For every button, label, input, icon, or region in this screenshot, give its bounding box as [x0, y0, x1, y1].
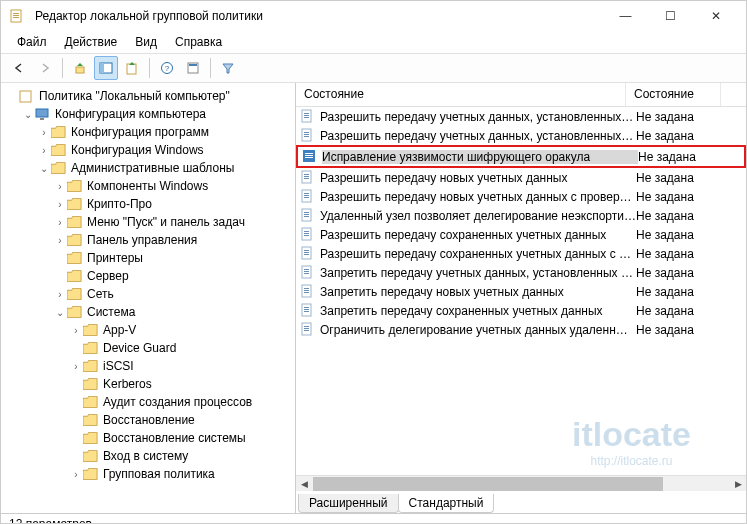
chevron-right-icon[interactable]: [53, 289, 67, 300]
tree-win-components[interactable]: Компоненты Windows: [53, 177, 293, 195]
svg-rect-36: [304, 212, 309, 213]
chevron-down-icon[interactable]: [37, 163, 51, 174]
filter-button[interactable]: [216, 56, 240, 80]
menu-file[interactable]: Файл: [9, 33, 55, 51]
policy-row[interactable]: Ограничить делегирование учетных данных …: [296, 320, 746, 339]
folder-icon: [67, 305, 83, 319]
minimize-button[interactable]: —: [603, 2, 648, 30]
tree-prog-config[interactable]: Конфигурация программ: [37, 123, 293, 141]
chevron-right-icon[interactable]: [53, 181, 67, 192]
list-body[interactable]: Разрешить передачу учетных данных, устан…: [296, 107, 746, 475]
scroll-thumb[interactable]: [313, 477, 663, 491]
tree-win-config[interactable]: Конфигурация Windows: [37, 141, 293, 159]
nav-back-button[interactable]: [7, 56, 31, 80]
close-button[interactable]: ✕: [693, 2, 738, 30]
folder-icon: [51, 125, 67, 139]
show-hide-tree-button[interactable]: [94, 56, 118, 80]
policy-row[interactable]: Запретить передачу новых учетных данныхН…: [296, 282, 746, 301]
tree-appv[interactable]: App-V: [69, 321, 293, 339]
policy-row[interactable]: Удаленный узел позволяет делегирование н…: [296, 206, 746, 225]
svg-rect-34: [304, 197, 309, 198]
tree-root[interactable]: Политика "Локальный компьютер": [5, 87, 293, 105]
tab-standard[interactable]: Стандартный: [398, 494, 495, 513]
policy-row[interactable]: Разрешить передачу учетных данных, устан…: [296, 107, 746, 126]
tree-label: Восстановление: [103, 413, 195, 427]
tree-restore[interactable]: Восстановление: [69, 411, 293, 429]
tree-control-panel[interactable]: Панель управления: [53, 231, 293, 249]
menu-view[interactable]: Вид: [127, 33, 165, 51]
tree-printers[interactable]: Принтеры: [53, 249, 293, 267]
tree-server[interactable]: Сервер: [53, 267, 293, 285]
svg-rect-24: [305, 153, 313, 154]
tree-kerberos[interactable]: Kerberos: [69, 375, 293, 393]
policy-icon: [300, 265, 316, 281]
tree-network[interactable]: Сеть: [53, 285, 293, 303]
tree-admin-templates[interactable]: Административные шаблоны: [37, 159, 293, 177]
tree-computer-config[interactable]: Конфигурация компьютера: [21, 105, 293, 123]
policy-row[interactable]: Разрешить передачу сохраненных учетных д…: [296, 225, 746, 244]
policy-name: Разрешить передачу учетных данных, устан…: [320, 110, 636, 124]
tree-label: Аудит создания процессов: [103, 395, 252, 409]
policy-row[interactable]: Разрешить передачу новых учетных данных …: [296, 187, 746, 206]
chevron-right-icon[interactable]: [53, 235, 67, 246]
tree-device-guard[interactable]: Device Guard: [69, 339, 293, 357]
svg-rect-16: [304, 113, 309, 114]
menu-help[interactable]: Справка: [167, 33, 230, 51]
svg-rect-14: [40, 118, 44, 120]
policy-row[interactable]: Разрешить передачу новых учетных данныхН…: [296, 168, 746, 187]
chevron-right-icon[interactable]: [69, 469, 83, 480]
policy-name: Разрешить передачу учетных данных, устан…: [320, 129, 636, 143]
svg-rect-12: [20, 91, 31, 102]
policy-row[interactable]: Разрешить передачу сохраненных учетных д…: [296, 244, 746, 263]
svg-rect-25: [305, 155, 313, 156]
up-button[interactable]: [68, 56, 92, 80]
tree-iscsi[interactable]: iSCSI: [69, 357, 293, 375]
scroll-left-icon[interactable]: ◀: [296, 479, 312, 489]
svg-rect-44: [304, 250, 309, 251]
policy-row[interactable]: Разрешить передачу учетных данных, устан…: [296, 126, 746, 145]
chevron-down-icon[interactable]: [21, 109, 35, 120]
policy-status: Не задана: [636, 129, 726, 143]
scroll-right-icon[interactable]: ▶: [730, 479, 746, 489]
column-header-status[interactable]: Состояние: [626, 83, 721, 106]
tree-start-menu[interactable]: Меню "Пуск" и панель задач: [53, 213, 293, 231]
folder-icon: [51, 143, 67, 157]
policy-row[interactable]: Запретить передачу учетных данных, устан…: [296, 263, 746, 282]
help-button[interactable]: ?: [155, 56, 179, 80]
nav-fwd-button[interactable]: [33, 56, 57, 80]
tree-root-label: Политика "Локальный компьютер": [39, 89, 230, 103]
policy-row[interactable]: Запретить передачу сохраненных учетных д…: [296, 301, 746, 320]
svg-rect-11: [189, 64, 197, 66]
tree-label: Сервер: [87, 269, 129, 283]
folder-icon: [83, 449, 99, 463]
policy-icon: [300, 284, 316, 300]
chevron-down-icon[interactable]: [53, 307, 67, 318]
tab-extended[interactable]: Расширенный: [298, 494, 399, 513]
svg-rect-1: [13, 13, 19, 14]
svg-rect-41: [304, 233, 309, 234]
folder-icon: [83, 341, 99, 355]
chevron-right-icon[interactable]: [69, 361, 83, 372]
menu-action[interactable]: Действие: [57, 33, 126, 51]
horizontal-scrollbar[interactable]: ◀ ▶: [296, 475, 746, 491]
policy-icon: [300, 170, 316, 186]
tree-logon[interactable]: Вход в систему: [69, 447, 293, 465]
tree-gp[interactable]: Групповая политика: [69, 465, 293, 483]
export-button[interactable]: [120, 56, 144, 80]
policy-name: Исправление уязвимости шифрующего оракул…: [322, 150, 638, 164]
tree-crypto[interactable]: Крипто-Про: [53, 195, 293, 213]
chevron-right-icon[interactable]: [69, 325, 83, 336]
tree-pane[interactable]: Политика "Локальный компьютер" Конфигура…: [1, 83, 296, 513]
maximize-button[interactable]: ☐: [648, 2, 693, 30]
tree-sysrestore[interactable]: Восстановление системы: [69, 429, 293, 447]
column-header-state[interactable]: Состояние: [296, 83, 626, 106]
properties-button[interactable]: [181, 56, 205, 80]
chevron-right-icon[interactable]: [37, 127, 51, 138]
chevron-right-icon[interactable]: [53, 199, 67, 210]
policy-row[interactable]: Исправление уязвимости шифрующего оракул…: [296, 145, 746, 168]
tree-label: Административные шаблоны: [71, 161, 234, 175]
chevron-right-icon[interactable]: [53, 217, 67, 228]
tree-audit[interactable]: Аудит создания процессов: [69, 393, 293, 411]
chevron-right-icon[interactable]: [37, 145, 51, 156]
tree-system[interactable]: Система: [53, 303, 293, 321]
